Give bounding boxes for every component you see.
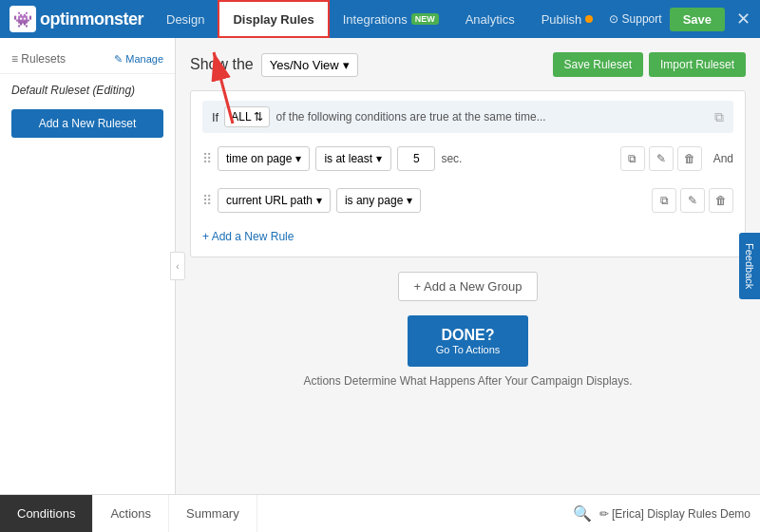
rule-actions-1: ⧉ ✎ 🗑 — [620, 146, 702, 171]
bottom-right: 🔍 ✏ [Erica] Display Rules Demo — [573, 504, 760, 522]
delete-rule-button-2[interactable]: 🗑 — [709, 188, 733, 213]
bottom-tabs: Conditions Actions Summary — [0, 495, 257, 532]
content-area: Show the Yes/No View ▾ Save Ruleset Impo… — [176, 38, 760, 494]
edit-rule-button-1[interactable]: ✎ — [649, 146, 674, 171]
manage-link[interactable]: ✎ Manage — [114, 53, 163, 66]
and-label: And — [713, 152, 733, 165]
if-label: If — [212, 110, 218, 124]
integrations-badge: NEW — [411, 13, 439, 25]
sidebar-collapse-handle[interactable]: ‹ — [170, 252, 185, 280]
chevron-down-icon: ▾ — [376, 152, 382, 165]
show-dropdown-chevron: ▾ — [343, 58, 350, 72]
conditions-box: If ALL ⇅ of the following conditions are… — [190, 90, 746, 257]
nav-items: Design Display Rules Integrations NEW An… — [153, 0, 609, 38]
default-ruleset-label: Default Ruleset (Editing) — [0, 74, 175, 102]
nav-display-rules[interactable]: Display Rules — [218, 0, 329, 38]
feedback-tab[interactable]: Feedback — [739, 233, 760, 299]
operator-dropdown-1[interactable]: is at least ▾ — [315, 146, 391, 171]
top-navigation: 👾 optinmonster Design Display Rules Inte… — [0, 0, 760, 38]
tab-conditions[interactable]: Conditions — [0, 495, 93, 532]
campaign-label: ✏ [Erica] Display Rules Demo — [599, 507, 750, 521]
nav-integrations[interactable]: Integrations NEW — [330, 0, 452, 38]
bottom-bar: Conditions Actions Summary 🔍 ✏ [Erica] D… — [0, 494, 760, 532]
tab-summary[interactable]: Summary — [169, 495, 257, 532]
nav-right: ⊙ Support Save ✕ — [609, 8, 750, 31]
tab-actions[interactable]: Actions — [93, 495, 169, 532]
nav-analytics[interactable]: Analytics — [452, 0, 528, 38]
chevron-down-icon: ▾ — [407, 194, 412, 207]
drag-handle-icon[interactable]: ⠿ — [202, 193, 212, 208]
condition-dropdown-1[interactable]: time on page ▾ — [218, 146, 310, 171]
logo: 👾 optinmonster — [10, 6, 143, 32]
sec-label: sec. — [441, 152, 462, 165]
sidebar: ≡ Rulesets ✎ Manage Default Ruleset (Edi… — [0, 38, 176, 494]
support-button[interactable]: ⊙ Support — [609, 12, 661, 26]
save-button[interactable]: Save — [670, 8, 725, 31]
conditions-copy-icon[interactable]: ⧉ — [714, 109, 724, 125]
close-button[interactable]: ✕ — [736, 9, 750, 29]
all-dropdown[interactable]: ALL ⇅ — [224, 106, 270, 127]
show-the-label: Show the — [190, 56, 254, 73]
chevron-down-icon: ▾ — [295, 152, 301, 165]
if-all-row: If ALL ⇅ of the following conditions are… — [202, 101, 733, 133]
rule-actions-2: ⧉ ✎ 🗑 — [652, 188, 733, 213]
add-group-wrapper: + Add a New Group — [190, 272, 746, 301]
copy-rule-button-1[interactable]: ⧉ — [620, 146, 645, 171]
sidebar-header: ≡ Rulesets ✎ Manage — [0, 48, 175, 74]
logo-text: optinmonster — [40, 10, 143, 29]
show-the-row: Show the Yes/No View ▾ Save Ruleset Impo… — [190, 52, 746, 77]
save-ruleset-button[interactable]: Save Ruleset — [553, 52, 643, 77]
feedback-tab-wrapper: Feedback — [739, 233, 760, 299]
edit-rule-button-2[interactable]: ✎ — [680, 188, 705, 213]
search-icon[interactable]: 🔍 — [573, 504, 592, 522]
nav-publish[interactable]: Publish — [528, 0, 607, 38]
add-group-button[interactable]: + Add a New Group — [398, 272, 539, 301]
rule-row: ⠿ current URL path ▾ is any page ▾ ⧉ ✎ 🗑 — [202, 184, 733, 217]
delete-rule-button-1[interactable]: 🗑 — [677, 146, 702, 171]
main-layout: ≡ Rulesets ✎ Manage Default Ruleset (Edi… — [0, 38, 760, 494]
done-button[interactable]: DONE? Go To Actions — [408, 315, 529, 367]
import-ruleset-button[interactable]: Import Ruleset — [649, 52, 746, 77]
condition-dropdown-2[interactable]: current URL path ▾ — [218, 188, 331, 213]
nav-design[interactable]: Design — [153, 0, 218, 38]
add-new-rule-link[interactable]: + Add a New Rule — [202, 226, 733, 247]
show-the-buttons: Save Ruleset Import Ruleset — [553, 52, 746, 77]
rule-value-input-1[interactable] — [397, 146, 435, 171]
conditions-description: of the following conditions are true at … — [276, 110, 545, 124]
rule-row: ⠿ time on page ▾ is at least ▾ sec. ⧉ ✎ … — [202, 142, 733, 175]
done-description: Actions Determine What Happens After You… — [190, 374, 746, 388]
copy-rule-button-2[interactable]: ⧉ — [652, 188, 676, 213]
chevron-left-icon: ‹ — [176, 261, 179, 272]
publish-dot — [585, 15, 593, 23]
svg-text:👾: 👾 — [13, 10, 32, 28]
show-dropdown[interactable]: Yes/No View ▾ — [261, 53, 358, 77]
done-wrapper: DONE? Go To Actions Actions Determine Wh… — [190, 315, 746, 388]
add-ruleset-button[interactable]: Add a New Ruleset — [11, 109, 163, 138]
rulesets-title: ≡ Rulesets — [11, 52, 66, 66]
drag-handle-icon[interactable]: ⠿ — [202, 151, 212, 166]
operator-dropdown-2[interactable]: is any page ▾ — [336, 188, 421, 213]
chevron-down-icon: ▾ — [316, 194, 322, 207]
